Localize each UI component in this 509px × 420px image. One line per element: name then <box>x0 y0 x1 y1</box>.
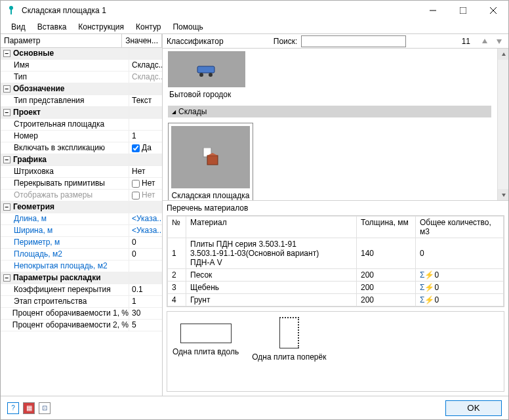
materials-header: Перечень материалов <box>163 201 508 215</box>
col-num[interactable]: № <box>168 217 186 238</box>
scroll-up-icon[interactable] <box>498 49 508 60</box>
plate-vertical-icon <box>279 317 299 348</box>
svg-marker-7 <box>497 39 502 44</box>
maximize-button[interactable] <box>448 1 478 20</box>
gallery-scrollbar[interactable] <box>497 49 508 200</box>
property-group[interactable]: −Параметры раскладки <box>1 272 162 284</box>
property-row[interactable]: Строительная площадка <box>1 119 162 131</box>
checkbox[interactable] <box>132 180 140 188</box>
window-title: Складская площадка 1 <box>22 6 418 15</box>
svg-rect-8 <box>197 66 214 73</box>
svg-line-4 <box>490 7 497 14</box>
search-label: Поиск: <box>274 37 298 46</box>
ok-button[interactable]: OK <box>445 400 502 416</box>
header-param[interactable]: Параметр <box>1 34 122 47</box>
result-count: 11 <box>462 37 470 46</box>
collapse-icon[interactable]: − <box>3 274 10 282</box>
gallery-item-label: Бытовой городок <box>168 89 247 100</box>
gallery-group[interactable]: Склады <box>168 106 491 117</box>
down-arrow-icon[interactable] <box>494 36 504 47</box>
property-row[interactable]: Номер1 <box>1 131 162 142</box>
preview-item[interactable]: Одна плита поперёк <box>252 317 326 362</box>
svg-marker-14 <box>502 194 506 197</box>
property-row[interactable]: Ширина, м<Указа... <box>1 225 162 237</box>
property-row[interactable]: Отображать размерыНет <box>1 190 162 201</box>
gallery-item[interactable]: Бытовой городок <box>168 51 247 100</box>
menu-contour[interactable]: Контур <box>131 21 166 33</box>
property-header: Параметр Значен... <box>1 34 162 48</box>
classifier-header: Классификатор Поиск: 11 <box>163 34 508 49</box>
menu-construction[interactable]: Конструкция <box>73 21 129 33</box>
help-icon[interactable]: ? <box>7 402 19 414</box>
collapse-icon[interactable]: − <box>3 156 10 163</box>
property-panel: Параметр Значен... −ОсновныеИмяСкладс...… <box>1 33 162 396</box>
classifier-gallery: Бытовой городок Склады Складская площадк… <box>163 49 508 201</box>
property-group[interactable]: −Основные <box>1 48 162 60</box>
col-thickness[interactable]: Толщина, мм <box>357 217 416 238</box>
tool-icon-2[interactable]: ⊡ <box>39 402 51 414</box>
property-row[interactable]: Длина, м<Указа... <box>1 213 162 225</box>
svg-point-9 <box>199 73 203 77</box>
svg-marker-6 <box>482 39 487 43</box>
menu-insert[interactable]: Вставка <box>32 21 72 33</box>
property-row[interactable]: Площадь, м20 <box>1 249 162 261</box>
property-row[interactable]: Коэффициент перекрытия0.1 <box>1 284 162 296</box>
collapse-icon[interactable]: − <box>3 85 10 93</box>
svg-rect-12 <box>207 156 218 165</box>
right-panel: Классификатор Поиск: 11 Бытовой городок … <box>162 33 508 396</box>
preview-item[interactable]: Одна плита вдоль <box>173 317 239 356</box>
preview-label: Одна плита вдоль <box>173 347 239 356</box>
property-row[interactable]: Периметр, м0 <box>1 237 162 249</box>
property-row[interactable]: ШтриховкаНет <box>1 166 162 178</box>
search-input[interactable] <box>301 35 406 47</box>
property-row[interactable]: Процент оборачиваемости 2, %5 <box>1 320 162 331</box>
svg-marker-13 <box>502 52 506 56</box>
property-group[interactable]: −Проект <box>1 107 162 119</box>
preview-label: Одна плита поперёк <box>252 352 326 362</box>
property-row[interactable]: ТипСкладс... <box>1 72 162 83</box>
col-total[interactable]: Общее количество, м3 <box>416 217 504 238</box>
table-row[interactable]: 3Щебень200Σ⚡0 <box>168 282 504 294</box>
checkbox[interactable] <box>132 144 140 152</box>
property-row[interactable]: ИмяСкладс... <box>1 60 162 72</box>
gallery-item-label: Складская площадка <box>171 191 250 200</box>
svg-rect-1 <box>10 9 12 14</box>
header-value[interactable]: Значен... <box>122 34 162 47</box>
property-row[interactable]: Включать в экспликациюДа <box>1 142 162 154</box>
property-row[interactable]: Процент оборачиваемости 1, %30 <box>1 308 162 320</box>
table-row[interactable]: 4Грунт200Σ⚡0 <box>168 294 504 306</box>
close-button[interactable] <box>478 1 508 20</box>
collapse-icon[interactable]: − <box>3 203 10 211</box>
up-arrow-icon[interactable] <box>479 36 490 47</box>
property-tree[interactable]: −ОсновныеИмяСкладс...ТипСкладс...−Обозна… <box>1 48 162 396</box>
table-row[interactable]: 2Песок200Σ⚡0 <box>168 269 504 282</box>
property-row[interactable]: Этап строительства1 <box>1 296 162 308</box>
property-row[interactable]: Тип представленияТекст <box>1 95 162 107</box>
materials-table[interactable]: № Материал Толщина, мм Общее количество,… <box>167 215 504 307</box>
menu-view[interactable]: Вид <box>6 21 31 33</box>
plate-horizontal-icon <box>180 324 232 343</box>
app-icon <box>6 5 16 16</box>
tool-icon-1[interactable]: ▦ <box>23 402 35 414</box>
checkbox[interactable] <box>132 192 140 200</box>
svg-line-5 <box>490 7 497 14</box>
collapse-icon[interactable]: − <box>3 50 10 57</box>
property-group[interactable]: −Графика <box>1 154 162 166</box>
scroll-down-icon[interactable] <box>498 189 508 200</box>
collapse-icon[interactable]: − <box>3 109 10 116</box>
dialog-window: Складская площадка 1 Вид Вставка Констру… <box>0 0 509 420</box>
property-group[interactable]: −Геометрия <box>1 201 162 213</box>
menu-bar: Вид Вставка Конструкция Контур Помощь <box>1 20 508 33</box>
property-group[interactable]: −Обозначение <box>1 83 162 95</box>
gallery-item[interactable]: Складская площадка <box>168 123 253 201</box>
layout-preview: Одна плита вдоль Одна плита поперёк <box>167 311 504 392</box>
svg-rect-3 <box>460 7 466 14</box>
property-row[interactable]: Перекрывать примитивыНет <box>1 178 162 190</box>
property-row[interactable]: Непокрытая площадь, м2 <box>1 261 162 272</box>
svg-point-10 <box>209 73 213 77</box>
minimize-button[interactable] <box>418 1 448 20</box>
menu-help[interactable]: Помощь <box>167 21 208 33</box>
col-material[interactable]: Материал <box>186 217 357 238</box>
classifier-title: Классификатор <box>167 37 224 46</box>
table-row[interactable]: 1 Плиты ПДН серия 3.503.1-913.503.1-91.1… <box>168 238 504 269</box>
